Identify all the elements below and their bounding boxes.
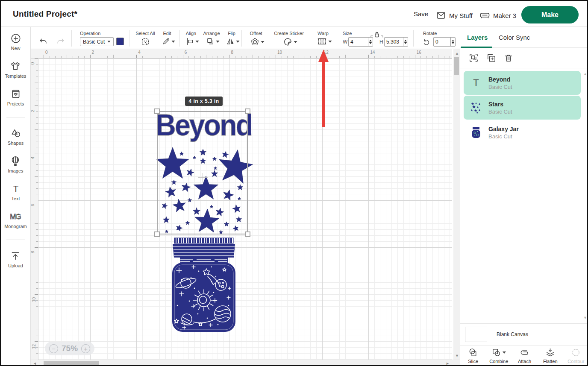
- sidebar-item-upload[interactable]: Upload: [8, 250, 23, 268]
- layer-tools: [460, 48, 588, 68]
- layer-color-swatch[interactable]: [116, 38, 124, 45]
- width-stepper[interactable]: [368, 38, 373, 46]
- h-ruler: 0246810121416: [38, 49, 452, 59]
- toolbar-separator: [413, 30, 414, 47]
- design-canvas[interactable]: 0246810121416 024681012: [31, 49, 460, 366]
- machine-button[interactable]: Maker 3: [479, 10, 516, 20]
- make-button[interactable]: Make: [521, 6, 579, 23]
- sidebar-divider: [6, 117, 25, 117]
- chevron-down-icon: [261, 41, 265, 43]
- selection-handle-bl[interactable]: [154, 231, 160, 237]
- layer-row-stars[interactable]: Stars Basic Cut: [464, 96, 581, 120]
- new-icon: [10, 33, 21, 44]
- rotate-stepper[interactable]: [450, 38, 455, 46]
- toolbar-separator: [307, 30, 307, 47]
- selection-handle-tl[interactable]: [154, 108, 160, 114]
- trash-icon[interactable]: [504, 53, 513, 63]
- attach-button[interactable]: Attach: [512, 346, 537, 366]
- layer-actions-bar: Slice Combine Attach: [460, 345, 588, 366]
- galaxy-jar-artwork[interactable]: [169, 237, 239, 333]
- chevron-down-icon: [329, 41, 332, 43]
- list-scroll-up-icon[interactable]: ▲: [583, 72, 587, 76]
- sidebar-item-new[interactable]: New: [10, 33, 21, 51]
- list-scroll-down-icon[interactable]: ▼: [583, 316, 587, 320]
- selection-handle-tr[interactable]: [245, 108, 250, 114]
- svg-text:MG: MG: [10, 213, 21, 221]
- size-label: Size: [343, 31, 352, 36]
- edit-button[interactable]: [162, 37, 175, 46]
- height-input[interactable]: [385, 38, 403, 46]
- height-stepper[interactable]: [403, 38, 408, 46]
- flip-button[interactable]: [226, 37, 240, 46]
- ruler-corner: [31, 49, 38, 59]
- sidebar-item-templates[interactable]: Templates: [5, 61, 26, 79]
- horizontal-scroll-thumb[interactable]: [44, 361, 99, 366]
- toolbar-separator: [129, 30, 129, 47]
- toolbar-separator: [241, 30, 242, 47]
- flatten-button[interactable]: Flatten: [538, 346, 563, 366]
- select-all-button[interactable]: [141, 37, 150, 47]
- my-stuff-button[interactable]: My Stuff: [436, 10, 473, 20]
- layer-row-beyond[interactable]: T Beyond Basic Cut: [464, 71, 581, 95]
- shapes-icon: [10, 128, 21, 139]
- width-label: W: [343, 39, 347, 45]
- select-all-label: Select All: [135, 31, 155, 36]
- sidebar-item-monogram[interactable]: MG Monogram: [4, 211, 27, 229]
- save-button[interactable]: Save: [414, 10, 428, 18]
- tab-layers[interactable]: Layers: [467, 34, 488, 41]
- sidebar-item-shapes[interactable]: Shapes: [8, 128, 24, 146]
- attach-icon: [519, 348, 530, 357]
- chevron-down-icon: [172, 41, 175, 43]
- combine-icon: [491, 348, 501, 357]
- horizontal-scrollbar[interactable]: ◄ ►: [31, 360, 460, 366]
- sidebar-divider: [6, 240, 25, 240]
- zoom-out-button[interactable]: −: [49, 344, 58, 353]
- sidebar-item-projects[interactable]: Projects: [7, 88, 24, 106]
- vertical-scroll-thumb[interactable]: [454, 57, 459, 75]
- zoom-control[interactable]: − 75% +: [45, 342, 94, 355]
- create-sticker-button[interactable]: [283, 37, 297, 47]
- selection-handle-br[interactable]: [245, 231, 250, 237]
- warp-icon: [317, 37, 327, 46]
- zoom-in-button[interactable]: +: [81, 344, 90, 353]
- select-all-icon: [141, 37, 150, 47]
- chevron-down-icon: [236, 41, 240, 43]
- operation-dropdown[interactable]: Basic Cut: [80, 37, 114, 46]
- toolbar-separator: [269, 30, 269, 47]
- rotate-input[interactable]: [434, 38, 450, 46]
- rotate-icon[interactable]: [422, 38, 430, 46]
- group-icon[interactable]: [469, 53, 479, 63]
- combine-button[interactable]: Combine: [486, 346, 512, 366]
- contour-button: Contour: [563, 346, 588, 366]
- offset-button[interactable]: [250, 37, 265, 47]
- tab-color-sync[interactable]: Color Sync: [499, 34, 530, 41]
- slice-button[interactable]: Slice: [460, 346, 486, 366]
- arrange-button[interactable]: [206, 37, 220, 46]
- operation-label: Operation: [80, 31, 100, 36]
- align-label: Align: [186, 31, 196, 36]
- vertical-scrollbar[interactable]: ▲ ▼: [453, 49, 460, 360]
- toolbar-separator: [71, 30, 72, 47]
- sidebar-item-images[interactable]: Images: [8, 155, 23, 173]
- width-input[interactable]: [349, 38, 368, 46]
- scroll-down-icon[interactable]: ▼: [455, 354, 459, 358]
- width-field: [348, 37, 373, 47]
- height-field: [384, 37, 408, 47]
- sidebar-item-text[interactable]: T Text: [10, 183, 21, 201]
- lock-icon[interactable]: [370, 31, 383, 38]
- flip-icon: [226, 37, 235, 46]
- selection-box[interactable]: [157, 111, 248, 234]
- warp-button[interactable]: [317, 37, 332, 46]
- toolbar-separator: [179, 30, 180, 47]
- redo-button[interactable]: [56, 37, 65, 47]
- undo-button[interactable]: [38, 37, 48, 47]
- scroll-left-icon[interactable]: ◄: [33, 362, 37, 366]
- duplicate-icon[interactable]: [486, 53, 496, 63]
- pencil-icon: [162, 37, 171, 46]
- layer-row-galaxy-jar[interactable]: Galaxy Jar Basic Cut: [464, 120, 581, 144]
- align-button[interactable]: [186, 37, 199, 46]
- scroll-up-icon[interactable]: ▲: [455, 52, 459, 56]
- scroll-right-icon[interactable]: ►: [446, 362, 450, 366]
- stars-layer-thumbnail: [464, 102, 488, 114]
- blank-canvas-row[interactable]: Blank Canvas: [460, 323, 588, 345]
